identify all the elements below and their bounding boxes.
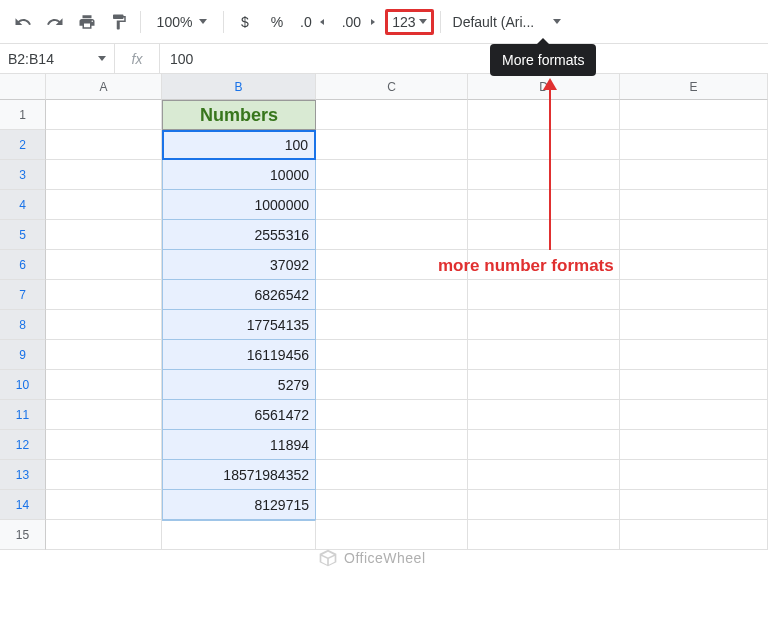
row-header[interactable]: 3 [0, 160, 46, 190]
cell-data[interactable]: 16119456 [162, 340, 316, 370]
cell[interactable] [46, 490, 162, 520]
cell-data[interactable]: 2555316 [162, 220, 316, 250]
col-header-e[interactable]: E [620, 74, 768, 100]
cell[interactable] [468, 460, 620, 490]
currency-button[interactable]: $ [230, 8, 260, 36]
cell[interactable] [620, 250, 768, 280]
cell[interactable] [316, 100, 468, 130]
cell[interactable] [46, 160, 162, 190]
cell[interactable] [468, 190, 620, 220]
row-header[interactable]: 1 [0, 100, 46, 130]
cell[interactable] [316, 400, 468, 430]
cell[interactable] [468, 400, 620, 430]
cell[interactable] [620, 460, 768, 490]
cell-data[interactable]: 6561472 [162, 400, 316, 430]
cell[interactable] [468, 100, 620, 130]
col-header-a[interactable]: A [46, 74, 162, 100]
row-header[interactable]: 2 [0, 130, 46, 160]
print-button[interactable] [72, 8, 102, 36]
row-header[interactable]: 9 [0, 340, 46, 370]
cell[interactable] [620, 340, 768, 370]
cell[interactable] [620, 130, 768, 160]
col-header-c[interactable]: C [316, 74, 468, 100]
more-formats-button[interactable]: 123 [385, 9, 433, 35]
cell[interactable] [316, 460, 468, 490]
cell[interactable] [468, 160, 620, 190]
cell[interactable] [46, 520, 162, 550]
cell[interactable] [620, 520, 768, 550]
cell-data[interactable]: 10000 [162, 160, 316, 190]
name-box[interactable]: B2:B14 [0, 44, 115, 73]
cell[interactable] [46, 190, 162, 220]
cell[interactable] [46, 370, 162, 400]
cell[interactable] [46, 430, 162, 460]
cell[interactable] [468, 370, 620, 400]
cell[interactable] [46, 220, 162, 250]
cell[interactable] [468, 520, 620, 550]
cell[interactable] [620, 370, 768, 400]
decrease-decimal-button[interactable]: .0 [294, 8, 334, 36]
row-header[interactable]: 5 [0, 220, 46, 250]
cell[interactable] [316, 370, 468, 400]
cell-header-numbers[interactable]: Numbers [162, 100, 316, 130]
cell-data[interactable]: 17754135 [162, 310, 316, 340]
undo-button[interactable] [8, 8, 38, 36]
cell[interactable] [620, 220, 768, 250]
cell[interactable] [620, 280, 768, 310]
redo-button[interactable] [40, 8, 70, 36]
cell[interactable] [46, 100, 162, 130]
cell[interactable] [46, 460, 162, 490]
cell[interactable] [620, 310, 768, 340]
row-header[interactable]: 10 [0, 370, 46, 400]
row-header[interactable]: 7 [0, 280, 46, 310]
cell[interactable] [620, 400, 768, 430]
row-header[interactable]: 14 [0, 490, 46, 520]
cell[interactable] [316, 490, 468, 520]
cell[interactable] [316, 340, 468, 370]
paint-format-button[interactable] [104, 8, 134, 36]
row-header[interactable]: 13 [0, 460, 46, 490]
cell[interactable] [316, 430, 468, 460]
cell[interactable] [162, 520, 316, 550]
cell[interactable] [46, 280, 162, 310]
col-header-b[interactable]: B [162, 74, 316, 100]
cell[interactable] [468, 430, 620, 460]
cell[interactable] [620, 100, 768, 130]
cell-data[interactable]: 100 [162, 130, 316, 160]
cell[interactable] [46, 250, 162, 280]
cell-data[interactable]: 37092 [162, 250, 316, 280]
cell-data[interactable]: 1000000 [162, 190, 316, 220]
cell[interactable] [468, 220, 620, 250]
cell[interactable] [620, 490, 768, 520]
cell[interactable] [468, 490, 620, 520]
cell-data[interactable]: 6826542 [162, 280, 316, 310]
cell-data[interactable]: 5279 [162, 370, 316, 400]
cell[interactable] [46, 130, 162, 160]
cell[interactable] [468, 310, 620, 340]
cell[interactable] [316, 310, 468, 340]
cell[interactable] [316, 520, 468, 550]
cell-data[interactable]: 11894 [162, 430, 316, 460]
row-header[interactable]: 6 [0, 250, 46, 280]
cell-data[interactable]: 8129715 [162, 490, 316, 520]
select-all-corner[interactable] [0, 74, 46, 100]
row-header[interactable]: 12 [0, 430, 46, 460]
cell[interactable] [316, 190, 468, 220]
row-header[interactable]: 8 [0, 310, 46, 340]
cell[interactable] [468, 130, 620, 160]
percent-button[interactable]: % [262, 8, 292, 36]
cell[interactable] [46, 340, 162, 370]
cell[interactable] [46, 400, 162, 430]
cell[interactable] [468, 340, 620, 370]
font-dropdown[interactable]: Default (Ari... [447, 8, 567, 36]
cell[interactable] [620, 430, 768, 460]
row-header[interactable]: 4 [0, 190, 46, 220]
cell[interactable] [316, 220, 468, 250]
cell[interactable] [620, 160, 768, 190]
cell[interactable] [316, 130, 468, 160]
row-header[interactable]: 15 [0, 520, 46, 550]
cell-data[interactable]: 18571984352 [162, 460, 316, 490]
zoom-dropdown[interactable]: 100% [147, 8, 217, 36]
increase-decimal-button[interactable]: .00 [336, 8, 383, 36]
cell[interactable] [620, 190, 768, 220]
